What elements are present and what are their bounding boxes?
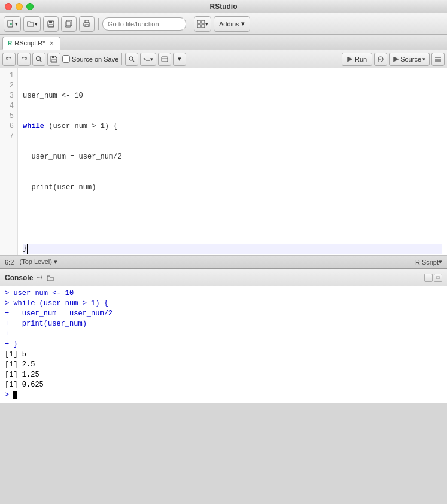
tab-icon: R xyxy=(8,40,12,47)
editor-sep-1 xyxy=(121,53,122,65)
source-button[interactable]: Source ▾ xyxy=(389,53,430,66)
save-all-button[interactable] xyxy=(61,16,77,32)
save-file-icon xyxy=(50,56,57,63)
code-line-2: while (user_num > 1) { xyxy=(23,122,442,132)
tab-bar: R RScript.R* ✕ xyxy=(0,35,447,50)
redo-button[interactable] xyxy=(17,53,31,66)
separator-1 xyxy=(98,18,99,30)
code-line-1: user_num <- 10 xyxy=(23,91,442,101)
svg-rect-6 xyxy=(65,22,71,27)
window-title: RStudio xyxy=(210,2,238,11)
console-line-1: > user_num <- 10 xyxy=(5,289,442,299)
console-minimize-button[interactable]: — xyxy=(424,274,433,282)
workspace-button[interactable]: ▾ xyxy=(194,16,211,32)
run-icon xyxy=(347,56,353,62)
editor-container: R RScript.R* ✕ xyxy=(0,35,447,268)
goto-file-input[interactable] xyxy=(102,17,186,31)
console-line-2: > while (user_num > 1) { xyxy=(5,299,442,309)
addins-label: Addins xyxy=(219,20,239,28)
editor-toolbar: Source on Save ▾ ▾ xyxy=(0,50,447,68)
title-bar: RStudio xyxy=(0,0,447,13)
source-on-save-area: Source on Save xyxy=(62,55,118,63)
source-on-save-checkbox[interactable] xyxy=(62,55,70,63)
workspace-chevron: ▾ xyxy=(205,21,208,27)
svg-rect-22 xyxy=(162,57,168,62)
window-controls xyxy=(5,3,34,10)
console-prompt: > xyxy=(5,390,442,400)
undo-button[interactable] xyxy=(2,53,16,66)
maximize-button[interactable] xyxy=(26,3,34,10)
undo-icon xyxy=(5,56,13,63)
console-line-6: + } xyxy=(5,339,442,350)
find-replace-button[interactable] xyxy=(125,53,138,66)
console-line-10: [1] 0.625 xyxy=(5,380,442,390)
svg-rect-11 xyxy=(197,20,200,23)
editor-options-button[interactable] xyxy=(431,53,445,66)
svg-rect-17 xyxy=(52,56,54,58)
close-button[interactable] xyxy=(5,3,12,10)
save-button[interactable] xyxy=(43,16,59,32)
console-line-4: + print(user_num) xyxy=(5,319,442,329)
code-tools-button[interactable]: ▾ xyxy=(140,53,156,66)
new-file-icon xyxy=(7,20,15,28)
code-line-3: user_num = user_num/2 xyxy=(23,152,442,162)
line-numbers: 1 2 3 4 5 6 7 xyxy=(0,68,18,255)
status-scope: (Top Level) ▾ xyxy=(14,258,57,266)
code-editor[interactable]: 1 2 3 4 5 6 7 user_num <- 10 while (user… xyxy=(0,68,447,255)
save-file-button[interactable] xyxy=(47,53,60,66)
console-path: ~/ xyxy=(37,274,42,281)
source-label: Source xyxy=(400,56,421,63)
tab-close-button[interactable]: ✕ xyxy=(48,40,55,47)
console-container: Console ~/ — □ > user_num <- 10 > while … xyxy=(0,268,447,403)
addins-button[interactable]: Addins ▾ xyxy=(214,16,250,32)
svg-point-19 xyxy=(129,57,133,60)
cursor-position: 6:2 xyxy=(5,259,14,266)
code-content[interactable]: user_num <- 10 while (user_num > 1) { us… xyxy=(18,68,447,255)
print-icon xyxy=(83,20,91,28)
print-button[interactable] xyxy=(79,16,95,32)
svg-rect-4 xyxy=(49,21,52,23)
svg-rect-10 xyxy=(85,25,89,26)
save-icon xyxy=(47,20,55,28)
console-body[interactable]: > user_num <- 10 > while (user_num > 1) … xyxy=(0,286,447,403)
svg-line-16 xyxy=(40,60,42,62)
svg-point-15 xyxy=(37,56,41,60)
source-run-icon xyxy=(393,56,399,62)
svg-rect-18 xyxy=(51,60,56,62)
chunk-options-button[interactable]: ▾ xyxy=(173,53,186,66)
code-line-5 xyxy=(23,213,442,223)
find-replace-icon xyxy=(128,56,135,63)
tab-label: RScript.R* xyxy=(14,40,45,47)
svg-rect-7 xyxy=(66,20,72,26)
addins-arrow: ▾ xyxy=(241,20,245,28)
rerun-icon xyxy=(377,56,384,63)
console-line-7: [1] 5 xyxy=(5,350,442,360)
new-file-button[interactable]: ▾ xyxy=(4,16,21,32)
find-icon xyxy=(35,56,42,63)
svg-rect-12 xyxy=(202,20,205,23)
rerun-button[interactable] xyxy=(374,53,387,66)
code-line-6: } xyxy=(23,244,442,254)
run-button[interactable]: Run xyxy=(342,53,372,66)
console-folder-icon[interactable] xyxy=(46,274,54,282)
chunk-icon xyxy=(161,56,168,63)
svg-line-20 xyxy=(133,60,135,62)
console-line-8: [1] 2.5 xyxy=(5,360,442,370)
open-file-button[interactable]: ▾ xyxy=(23,16,41,32)
new-file-chevron: ▾ xyxy=(15,21,18,27)
console-line-3: + user_num = user_num/2 xyxy=(5,309,442,319)
editor-tab[interactable]: R RScript.R* ✕ xyxy=(2,37,60,50)
chunk-button[interactable] xyxy=(158,53,171,66)
minimize-button[interactable] xyxy=(16,3,23,10)
svg-rect-14 xyxy=(202,25,205,28)
script-type-arrow: ▾ xyxy=(439,258,442,266)
find-button[interactable] xyxy=(32,53,45,66)
console-maximize-button[interactable]: □ xyxy=(434,274,442,282)
svg-rect-13 xyxy=(197,25,200,28)
console-toolbar: Console ~/ — □ xyxy=(0,269,447,286)
redo-icon xyxy=(20,56,28,63)
console-line-5: + xyxy=(5,329,442,339)
status-bar: 6:2 (Top Level) ▾ R Script ▾ xyxy=(0,255,447,268)
editor-options-icon xyxy=(434,56,442,63)
open-chevron: ▾ xyxy=(35,21,38,27)
